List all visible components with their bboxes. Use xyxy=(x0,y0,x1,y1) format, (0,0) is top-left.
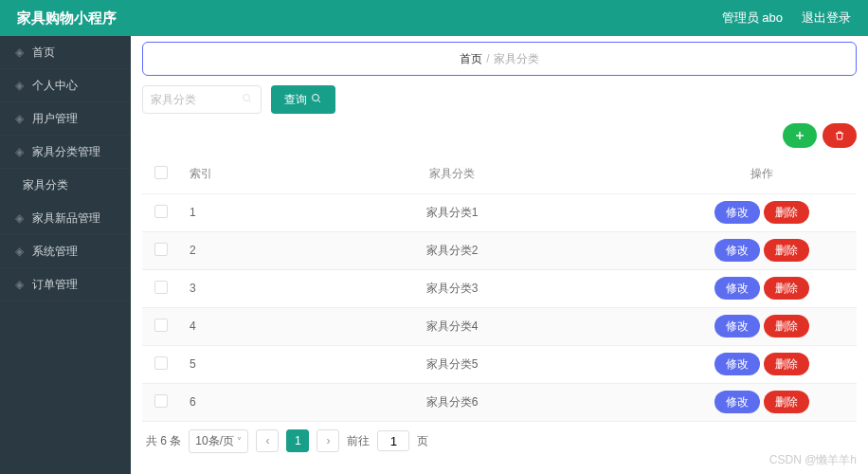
edit-button[interactable]: 修改 xyxy=(714,277,760,300)
sidebar: ◈首页◈个人中心◈用户管理◈家具分类管理家具分类◈家具新品管理◈系统管理◈订单管… xyxy=(0,36,131,474)
delete-button[interactable]: 删除 xyxy=(764,201,809,224)
main-content: 首页 / 家具分类 家具分类 查询 xyxy=(131,36,868,474)
svg-line-1 xyxy=(249,100,252,102)
goto-input[interactable] xyxy=(377,430,409,451)
nav-icon: ◈ xyxy=(13,80,25,91)
edit-button[interactable]: 修改 xyxy=(714,201,760,224)
sidebar-item-6[interactable]: ◈系统管理 xyxy=(0,235,131,268)
row-index: 6 xyxy=(180,383,237,421)
row-category: 家具分类4 xyxy=(237,307,667,345)
trash-icon xyxy=(834,130,845,141)
row-checkbox[interactable] xyxy=(154,243,168,256)
data-table: 索引 家具分类 操作 1家具分类1修改 删除2家具分类2修改 删除3家具分类3修… xyxy=(142,155,857,422)
row-checkbox[interactable] xyxy=(154,205,168,218)
delete-button[interactable]: 删除 xyxy=(764,391,809,413)
table-row: 4家具分类4修改 删除 xyxy=(142,307,857,345)
breadcrumb-sep: / xyxy=(486,52,489,65)
col-ops: 操作 xyxy=(667,155,857,193)
edit-button[interactable]: 修改 xyxy=(714,391,760,413)
search-input[interactable]: 家具分类 xyxy=(142,85,262,114)
sidebar-item-7[interactable]: ◈订单管理 xyxy=(0,268,131,301)
search-placeholder: 家具分类 xyxy=(151,92,196,108)
pagination: 共 6 条 10条/页 ˅ ‹ 1 › 前往 页 xyxy=(142,422,857,461)
row-index: 4 xyxy=(180,307,237,345)
breadcrumb-current: 家具分类 xyxy=(494,51,539,67)
header-right: 管理员 abo 退出登录 xyxy=(722,9,851,27)
nav-icon: ◈ xyxy=(13,246,25,257)
sidebar-item-1[interactable]: ◈个人中心 xyxy=(0,69,131,102)
table-row: 1家具分类1修改 删除 xyxy=(142,193,857,231)
delete-button[interactable]: 删除 xyxy=(764,353,809,375)
col-category: 家具分类 xyxy=(237,155,667,193)
watermark: CSDN @懒羊羊h xyxy=(769,452,857,468)
table-row: 5家具分类5修改 删除 xyxy=(142,345,857,383)
svg-point-0 xyxy=(244,94,250,100)
sidebar-item-2[interactable]: ◈用户管理 xyxy=(0,102,131,136)
search-button[interactable]: 查询 xyxy=(271,85,335,114)
goto-label: 前往 xyxy=(347,433,370,449)
next-page-button[interactable]: › xyxy=(316,429,339,452)
search-row: 家具分类 查询 xyxy=(142,85,857,114)
add-button[interactable] xyxy=(783,123,817,148)
sidebar-item-label: 首页 xyxy=(32,45,55,61)
sidebar-item-label: 家具分类管理 xyxy=(32,144,100,160)
sidebar-item-5[interactable]: ◈家具新品管理 xyxy=(0,202,131,235)
nav-icon: ◈ xyxy=(13,113,25,124)
chevron-down-icon: ˅ xyxy=(237,436,242,447)
nav-icon: ◈ xyxy=(13,279,25,290)
bulk-delete-button[interactable] xyxy=(823,123,857,148)
sidebar-item-3[interactable]: ◈家具分类管理 xyxy=(0,136,131,169)
row-index: 2 xyxy=(180,231,237,269)
svg-line-3 xyxy=(318,100,321,102)
select-all-checkbox[interactable] xyxy=(154,166,168,179)
page-1-button[interactable]: 1 xyxy=(286,429,309,452)
row-index: 5 xyxy=(180,345,237,383)
nav-icon: ◈ xyxy=(13,146,25,157)
row-category: 家具分类2 xyxy=(237,231,667,269)
sidebar-item-label: 个人中心 xyxy=(32,78,78,94)
edit-button[interactable]: 修改 xyxy=(714,239,760,262)
row-checkbox[interactable] xyxy=(154,319,168,332)
admin-label[interactable]: 管理员 abo xyxy=(722,9,783,27)
row-index: 3 xyxy=(180,269,237,307)
breadcrumb-home[interactable]: 首页 xyxy=(460,51,482,67)
col-index: 索引 xyxy=(180,155,237,193)
edit-button[interactable]: 修改 xyxy=(714,315,760,337)
table-row: 6家具分类6修改 删除 xyxy=(142,383,857,421)
row-checkbox[interactable] xyxy=(154,356,168,370)
search-icon xyxy=(311,93,322,107)
sidebar-item-label: 系统管理 xyxy=(32,244,78,260)
sidebar-item-label: 订单管理 xyxy=(32,277,78,293)
row-category: 家具分类1 xyxy=(237,193,667,231)
delete-button[interactable]: 删除 xyxy=(764,315,809,337)
logout-button[interactable]: 退出登录 xyxy=(802,9,851,27)
prev-page-button[interactable]: ‹ xyxy=(256,429,279,452)
sidebar-item-label: 用户管理 xyxy=(32,111,78,127)
sidebar-item-label: 家具分类 xyxy=(23,177,68,193)
sidebar-item-4[interactable]: 家具分类 xyxy=(0,169,131,202)
table-row: 3家具分类3修改 删除 xyxy=(142,269,857,307)
row-index: 1 xyxy=(180,193,237,231)
table-row: 2家具分类2修改 删除 xyxy=(142,231,857,269)
nav-icon: ◈ xyxy=(13,212,25,224)
edit-button[interactable]: 修改 xyxy=(714,353,760,375)
breadcrumb: 首页 / 家具分类 xyxy=(142,42,857,76)
app-header: 家具购物小程序 管理员 abo 退出登录 xyxy=(0,0,868,36)
sidebar-item-label: 家具新品管理 xyxy=(32,210,100,227)
goto-unit: 页 xyxy=(417,433,428,449)
row-category: 家具分类5 xyxy=(237,345,667,383)
row-checkbox[interactable] xyxy=(154,281,168,294)
row-category: 家具分类6 xyxy=(237,383,667,421)
delete-button[interactable]: 删除 xyxy=(764,277,809,300)
pager-total: 共 6 条 xyxy=(146,433,181,449)
row-category: 家具分类3 xyxy=(237,269,667,307)
nav-icon: ◈ xyxy=(13,46,25,58)
search-icon-inline xyxy=(242,93,253,107)
row-checkbox[interactable] xyxy=(154,394,168,408)
app-title: 家具购物小程序 xyxy=(17,9,117,27)
delete-button[interactable]: 删除 xyxy=(764,239,809,262)
plus-icon xyxy=(794,130,805,141)
sidebar-item-0[interactable]: ◈首页 xyxy=(0,36,131,69)
page-size-select[interactable]: 10条/页 ˅ xyxy=(189,429,248,453)
action-row xyxy=(142,123,857,148)
